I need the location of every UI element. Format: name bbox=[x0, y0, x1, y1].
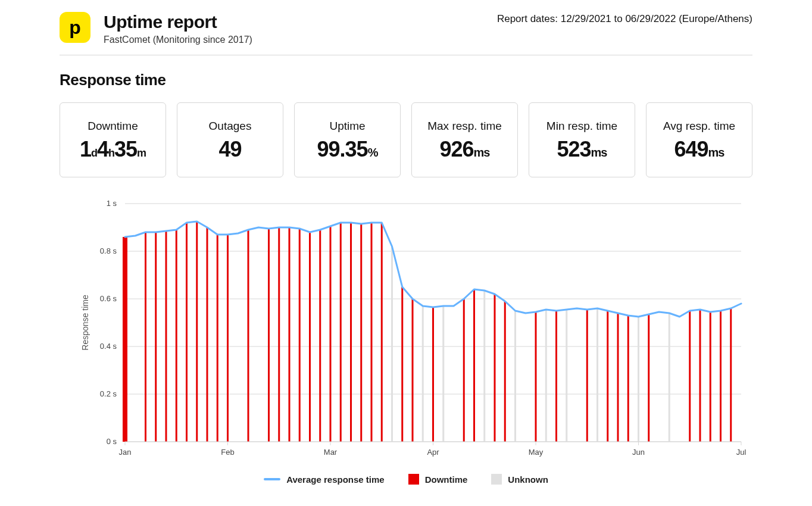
svg-text:Jan: Jan bbox=[119, 448, 132, 457]
svg-rect-36 bbox=[309, 232, 311, 442]
svg-rect-58 bbox=[689, 311, 691, 442]
svg-rect-53 bbox=[586, 310, 588, 442]
svg-rect-18 bbox=[566, 310, 567, 442]
response-time-chart: 0 s0.2 s0.4 s0.6 s0.8 s1 sJanFebMarAprMa… bbox=[77, 198, 750, 466]
svg-text:0.8 s: 0.8 s bbox=[100, 246, 117, 255]
svg-text:Jun: Jun bbox=[632, 448, 645, 457]
legend-line-icon bbox=[264, 478, 280, 480]
svg-rect-17 bbox=[545, 310, 547, 442]
svg-rect-30 bbox=[227, 235, 229, 442]
svg-rect-62 bbox=[730, 308, 732, 442]
svg-rect-34 bbox=[289, 227, 291, 442]
svg-rect-26 bbox=[186, 223, 188, 442]
svg-rect-37 bbox=[319, 230, 321, 442]
svg-rect-55 bbox=[617, 313, 619, 442]
card-uptime-label: Uptime bbox=[329, 120, 365, 133]
legend-downtime-icon bbox=[408, 474, 419, 485]
svg-rect-24 bbox=[165, 231, 167, 442]
svg-text:0.6 s: 0.6 s bbox=[100, 294, 117, 303]
chart-legend: Average response time Downtime Unknown bbox=[60, 474, 752, 485]
page-subtitle: FastComet (Monitoring since 2017) bbox=[104, 35, 252, 45]
svg-rect-48 bbox=[473, 289, 475, 442]
svg-rect-40 bbox=[350, 223, 352, 442]
svg-rect-61 bbox=[720, 311, 722, 442]
svg-rect-32 bbox=[268, 229, 270, 442]
card-downtime-value: 1d4h35m bbox=[80, 139, 146, 160]
report-header: p Uptime report FastComet (Monitoring si… bbox=[60, 12, 752, 45]
svg-rect-57 bbox=[648, 314, 649, 442]
card-avg-resp-label: Avg resp. time bbox=[663, 120, 735, 133]
svg-rect-14 bbox=[442, 306, 444, 442]
svg-rect-12 bbox=[391, 246, 393, 442]
card-uptime: Uptime 99.35% bbox=[294, 102, 401, 177]
brand-logo: p bbox=[60, 12, 90, 43]
card-outages-value: 49 bbox=[218, 139, 241, 160]
svg-rect-41 bbox=[360, 224, 362, 442]
svg-rect-15 bbox=[483, 291, 485, 442]
legend-unknown: Unknown bbox=[491, 474, 548, 485]
brand-logo-letter: p bbox=[69, 17, 81, 39]
legend-avg: Average response time bbox=[264, 474, 385, 485]
svg-rect-31 bbox=[248, 230, 249, 442]
svg-text:1 s: 1 s bbox=[107, 199, 117, 208]
card-min-resp-label: Min resp. time bbox=[546, 120, 617, 133]
card-downtime-label: Downtime bbox=[88, 120, 138, 133]
svg-rect-60 bbox=[710, 312, 711, 442]
card-downtime: Downtime 1d4h35m bbox=[60, 102, 166, 177]
card-uptime-value: 99.35% bbox=[317, 139, 378, 160]
svg-text:0.2 s: 0.2 s bbox=[100, 389, 117, 398]
svg-rect-42 bbox=[371, 223, 373, 442]
svg-rect-44 bbox=[401, 287, 403, 442]
card-min-resp-value: 523ms bbox=[557, 139, 607, 160]
card-avg-resp: Avg resp. time 649ms bbox=[646, 102, 752, 177]
svg-rect-43 bbox=[381, 223, 383, 442]
svg-text:0.4 s: 0.4 s bbox=[100, 342, 117, 351]
svg-rect-19 bbox=[596, 308, 598, 442]
svg-text:0 s: 0 s bbox=[107, 437, 117, 446]
svg-rect-50 bbox=[504, 301, 506, 442]
card-avg-resp-value: 649ms bbox=[674, 139, 724, 160]
card-min-resp: Min resp. time 523ms bbox=[529, 102, 635, 177]
legend-downtime: Downtime bbox=[408, 474, 468, 485]
legend-unknown-icon bbox=[491, 474, 502, 485]
svg-rect-21 bbox=[669, 313, 670, 442]
legend-avg-label: Average response time bbox=[286, 474, 385, 485]
report-date-range: Report dates: 12/29/2021 to 06/29/2022 (… bbox=[497, 12, 752, 25]
svg-text:Apr: Apr bbox=[427, 448, 439, 457]
svg-rect-56 bbox=[627, 316, 629, 442]
svg-text:Jul: Jul bbox=[736, 448, 747, 457]
svg-rect-25 bbox=[176, 230, 177, 442]
svg-rect-54 bbox=[607, 311, 608, 442]
card-max-resp-label: Max resp. time bbox=[427, 120, 502, 133]
svg-rect-46 bbox=[432, 307, 434, 442]
svg-rect-63 bbox=[123, 237, 127, 442]
legend-unknown-label: Unknown bbox=[508, 474, 548, 485]
svg-text:Mar: Mar bbox=[324, 448, 338, 457]
svg-text:May: May bbox=[529, 448, 544, 457]
svg-text:Feb: Feb bbox=[221, 448, 234, 457]
svg-rect-52 bbox=[555, 311, 557, 442]
svg-rect-28 bbox=[207, 227, 208, 442]
svg-text:Response time: Response time bbox=[80, 295, 90, 351]
svg-rect-49 bbox=[494, 294, 496, 442]
svg-rect-47 bbox=[463, 299, 465, 442]
svg-rect-27 bbox=[196, 221, 198, 442]
header-divider bbox=[60, 55, 752, 55]
legend-downtime-label: Downtime bbox=[425, 474, 468, 485]
svg-rect-38 bbox=[330, 226, 332, 442]
card-outages-label: Outages bbox=[209, 120, 252, 133]
svg-rect-22 bbox=[145, 232, 146, 442]
svg-rect-35 bbox=[299, 229, 301, 442]
card-max-resp: Max resp. time 926ms bbox=[411, 102, 518, 177]
svg-rect-39 bbox=[340, 223, 342, 442]
svg-rect-16 bbox=[514, 311, 516, 442]
page-title: Uptime report bbox=[104, 12, 252, 32]
svg-rect-45 bbox=[412, 299, 414, 442]
svg-rect-51 bbox=[535, 312, 537, 442]
svg-rect-23 bbox=[155, 232, 157, 442]
section-title: Response time bbox=[60, 71, 752, 89]
card-max-resp-value: 926ms bbox=[440, 139, 490, 160]
card-outages: Outages 49 bbox=[177, 102, 283, 177]
svg-rect-33 bbox=[278, 227, 280, 442]
metric-cards: Downtime 1d4h35m Outages 49 Uptime 99.35… bbox=[60, 102, 752, 177]
